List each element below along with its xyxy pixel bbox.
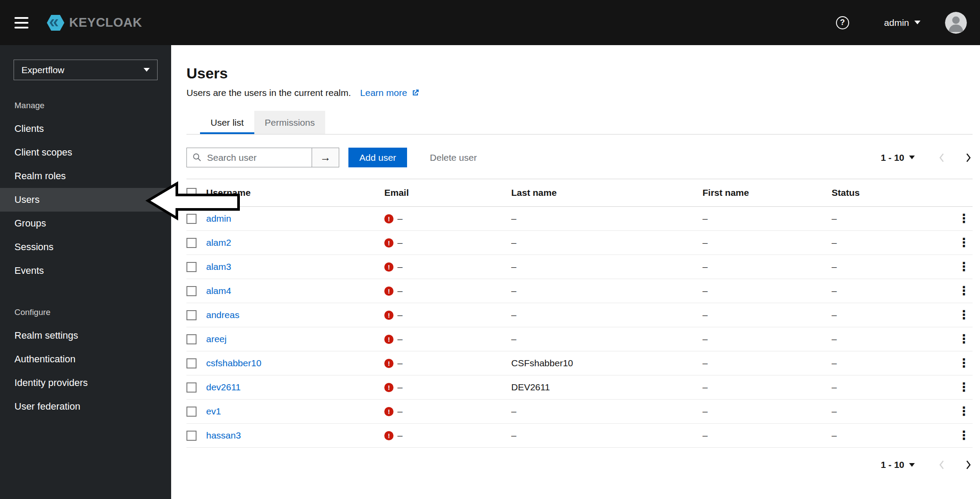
username-link[interactable]: hassan3 <box>206 430 241 440</box>
sidebar-item-realm-roles[interactable]: Realm roles <box>0 164 171 188</box>
table-row: alam3 ! – – – – ⋮ <box>186 255 973 279</box>
row-checkbox[interactable] <box>186 358 197 368</box>
table-row: alam2 ! – – – – ⋮ <box>186 231 973 255</box>
first-name-value: – <box>703 310 832 320</box>
keycloak-logo[interactable]: KEYCLOAK <box>46 14 142 32</box>
row-kebab-button[interactable]: ⋮ <box>958 212 970 225</box>
row-checkbox[interactable] <box>186 310 197 320</box>
pagination-next-button[interactable] <box>964 459 973 471</box>
sidebar-item-sessions[interactable]: Sessions <box>0 235 171 259</box>
pagination-range-dropdown[interactable]: 1 - 10 <box>881 460 915 470</box>
sidebar-item-clients[interactable]: Clients <box>0 117 171 141</box>
table-body: admin ! – – – – ⋮ alam2 ! – – – – ⋮ alam… <box>186 207 973 448</box>
row-kebab-button[interactable]: ⋮ <box>958 308 970 322</box>
last-name-value: CSFshabber10 <box>511 358 703 368</box>
username-link[interactable]: alam3 <box>206 262 231 272</box>
first-name-value: – <box>703 430 832 441</box>
username-link[interactable]: alam2 <box>206 237 231 248</box>
keycloak-logo-icon <box>46 14 65 32</box>
email-error-icon: ! <box>384 383 393 392</box>
row-kebab-button[interactable]: ⋮ <box>958 356 970 370</box>
table-row: alam4 ! – – – – ⋮ <box>186 279 973 303</box>
select-all-checkbox[interactable] <box>186 188 197 198</box>
user-menu-dropdown[interactable]: admin <box>884 18 920 28</box>
username-link[interactable]: csfshabber10 <box>206 358 261 368</box>
sidebar-item-user-federation[interactable]: User federation <box>0 395 171 418</box>
username-link[interactable]: alam4 <box>206 286 231 296</box>
sidebar-item-groups[interactable]: Groups <box>0 212 171 235</box>
row-checkbox[interactable] <box>186 382 197 393</box>
delete-user-button[interactable]: Delete user <box>427 148 479 167</box>
row-kebab-button[interactable]: ⋮ <box>958 236 970 249</box>
sidebar-item-authentication[interactable]: Authentication <box>0 347 171 371</box>
add-user-button[interactable]: Add user <box>348 148 407 167</box>
tabs: User list Permissions <box>186 111 973 134</box>
row-checkbox[interactable] <box>186 334 197 344</box>
masthead: KEYCLOAK ? admin <box>0 0 980 45</box>
email-value: – <box>397 310 403 320</box>
sidebar-item-users[interactable]: Users <box>0 188 171 212</box>
pagination-next-button[interactable] <box>964 152 973 163</box>
username-link[interactable]: admin <box>206 213 231 223</box>
first-name-value: – <box>703 382 832 393</box>
email-error-icon: ! <box>384 262 393 272</box>
hamburger-menu-button[interactable] <box>14 17 28 28</box>
row-kebab-button[interactable]: ⋮ <box>958 284 970 297</box>
username-link[interactable]: ev1 <box>206 406 221 416</box>
realm-selector[interactable]: Expertflow <box>14 60 158 80</box>
username-link[interactable]: andreas <box>206 310 239 320</box>
row-kebab-button[interactable]: ⋮ <box>958 428 970 442</box>
pagination-prev-button[interactable] <box>938 152 946 163</box>
last-name-value: – <box>511 286 703 296</box>
external-link-icon <box>411 88 420 97</box>
row-checkbox[interactable] <box>186 238 197 248</box>
help-icon[interactable]: ? <box>836 16 849 29</box>
row-kebab-button[interactable]: ⋮ <box>958 260 970 273</box>
row-kebab-button[interactable]: ⋮ <box>958 332 970 346</box>
sidebar-item-identity-providers[interactable]: Identity providers <box>0 371 171 395</box>
user-menu-label: admin <box>884 18 909 28</box>
help-glyph: ? <box>840 18 845 27</box>
status-value: – <box>832 286 955 296</box>
column-header-status: Status <box>832 188 955 198</box>
search-submit-button[interactable]: → <box>312 148 339 167</box>
avatar[interactable] <box>945 12 967 34</box>
last-name-value: – <box>511 237 703 248</box>
nav-section-items: Realm settingsAuthenticationIdentity pro… <box>0 324 171 418</box>
row-checkbox[interactable] <box>186 262 197 272</box>
email-error-icon: ! <box>384 311 393 320</box>
pagination-range-dropdown[interactable]: 1 - 10 <box>881 152 915 163</box>
username-link[interactable]: areej <box>206 334 227 344</box>
table-row: dev2611 ! – DEV2611 – – ⋮ <box>186 375 973 400</box>
search-group: → <box>186 148 339 167</box>
email-value: – <box>397 237 403 248</box>
search-input[interactable] <box>186 148 312 167</box>
pagination-prev-button[interactable] <box>938 459 946 471</box>
row-checkbox[interactable] <box>186 286 197 296</box>
row-kebab-button[interactable]: ⋮ <box>958 404 970 418</box>
sidebar-item-events[interactable]: Events <box>0 259 171 283</box>
row-checkbox[interactable] <box>186 407 197 417</box>
last-name-value: – <box>511 213 703 224</box>
first-name-value: – <box>703 406 832 417</box>
table-row: admin ! – – – – ⋮ <box>186 207 973 231</box>
toolbar: → Add user Delete user 1 - 10 <box>186 148 973 167</box>
last-name-value: – <box>511 262 703 272</box>
brand-text: KEYCLOAK <box>69 15 142 30</box>
first-name-value: – <box>703 213 832 224</box>
sidebar-item-client-scopes[interactable]: Client scopes <box>0 141 171 164</box>
learn-more-link[interactable]: Learn more <box>360 86 420 99</box>
row-checkbox[interactable] <box>186 431 197 441</box>
row-checkbox[interactable] <box>186 214 197 224</box>
column-header-username: Username <box>206 188 384 198</box>
row-kebab-button[interactable]: ⋮ <box>958 380 970 394</box>
learn-more-label: Learn more <box>360 86 407 99</box>
tab-user-list[interactable]: User list <box>200 111 254 134</box>
page-title: Users <box>186 64 973 82</box>
sidebar-item-realm-settings[interactable]: Realm settings <box>0 324 171 347</box>
username-link[interactable]: dev2611 <box>206 382 241 392</box>
tab-permissions[interactable]: Permissions <box>254 111 325 134</box>
last-name-value: – <box>511 430 703 441</box>
table-row: ev1 ! – – – – ⋮ <box>186 400 973 424</box>
nav-section: Manage ClientsClient scopesRealm rolesUs… <box>0 100 171 283</box>
